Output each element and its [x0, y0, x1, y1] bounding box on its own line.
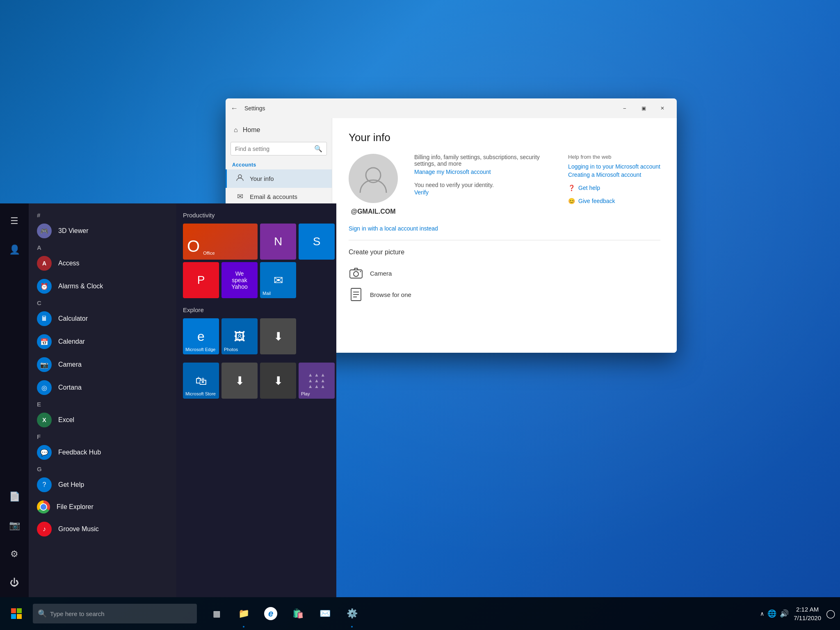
svg-point-4 — [360, 271, 361, 272]
help-link-login[interactable]: Logging in to your Microsoft account — [568, 163, 660, 170]
app-google-chrome[interactable]: File Explorer — [29, 496, 176, 518]
explore-section-label: Explore — [183, 306, 330, 313]
start-button[interactable] — [3, 600, 30, 627]
app-alarms-clock[interactable]: ⏰ Alarms & Clock — [29, 275, 176, 298]
settings-main-content: Your info @GMAIL.COM Billing info, famil… — [332, 118, 677, 353]
taskbar-search[interactable]: 🔍 Type here to search — [33, 604, 197, 623]
create-picture-title: Create your picture — [349, 249, 660, 256]
verify-text: You need to verify your identity. — [414, 182, 552, 188]
get-help-icon: ❓ — [568, 185, 575, 191]
camera-option[interactable]: Camera — [349, 262, 660, 284]
sidebar-home-button[interactable]: ⌂ Home — [226, 121, 332, 139]
app-cortana[interactable]: ◎ Cortana — [29, 376, 176, 399]
sign-in-local-link[interactable]: Sign in with a local account instead — [349, 225, 660, 232]
tile-download-2[interactable]: ⬇ — [260, 363, 296, 399]
tile-store[interactable]: 🛍 Microsoft Store — [183, 363, 219, 399]
search-input[interactable] — [235, 146, 311, 152]
powerpoint-icon: P — [197, 274, 205, 287]
browse-label: Browse for one — [370, 291, 411, 298]
alarms-clock-icon: ⏰ — [37, 279, 52, 294]
tile-mail[interactable]: ✉ Mail — [260, 262, 296, 298]
start-menu: ☰ 👤 📄 📷 ⚙ ⏻ # 🎮 3D Viewer A A Access ⏰ A… — [0, 203, 336, 597]
tile-skype[interactable]: S — [299, 224, 335, 260]
pictures-button[interactable]: 📷 — [0, 511, 29, 540]
taskbar-app-file-explorer[interactable]: 📁 — [231, 597, 257, 630]
app-excel[interactable]: X Excel — [29, 409, 176, 431]
edge-icon: e — [197, 329, 205, 344]
photos-tile-label: Photos — [224, 347, 238, 352]
access-icon: A — [37, 256, 52, 271]
tile-onenote[interactable]: N — [260, 224, 296, 260]
edge-taskbar-icon: e — [264, 607, 277, 620]
help-link-create[interactable]: Creating a Microsoft account — [568, 171, 660, 178]
taskbar-apps: ▦ 📁 e 🛍️ ✉️ ⚙️ — [203, 597, 755, 630]
window-titlebar: ← Settings ‒ ▣ ✕ — [226, 98, 677, 118]
tile-photos[interactable]: 🖼 Photos — [221, 318, 258, 354]
letter-a: A — [29, 242, 176, 252]
sidebar-search-box[interactable]: 🔍 — [231, 142, 327, 155]
sidebar-item-your-info[interactable]: Your info — [226, 169, 332, 188]
page-title: Your info — [349, 131, 660, 144]
app-excel-label: Excel — [58, 416, 74, 424]
volume-icon[interactable]: 🔊 — [780, 609, 789, 618]
app-groove-music[interactable]: ♪ Groove Music — [29, 518, 176, 541]
clock-time: 2:12 AM — [794, 605, 821, 614]
taskbar-app-store[interactable]: 🛍️ — [285, 597, 311, 630]
hamburger-menu-button[interactable]: ☰ — [0, 207, 29, 235]
settings-button[interactable]: ⚙ — [0, 540, 29, 568]
avatar-container: @GMAIL.COM — [349, 154, 398, 215]
sidebar-item-email-accounts[interactable]: ✉ Email & accounts — [226, 188, 332, 205]
browse-option[interactable]: Browse for one — [349, 284, 660, 305]
window-title: Settings — [244, 105, 265, 112]
notification-icon[interactable]: ◯ — [826, 609, 835, 619]
play-tile-label: Play — [301, 391, 310, 396]
letter-g: G — [29, 464, 176, 473]
app-3d-viewer[interactable]: 🎮 3D Viewer — [29, 219, 176, 242]
documents-button[interactable]: 📄 — [0, 482, 29, 511]
tile-download-3[interactable]: ⬇ — [260, 318, 296, 354]
tile-office[interactable]: O Office — [183, 224, 258, 260]
mail-tile-icon: ✉ — [274, 274, 283, 287]
mail-taskbar-icon: ✉️ — [320, 608, 331, 619]
user-profile-button[interactable]: 👤 — [0, 235, 29, 264]
app-get-help[interactable]: ? Get Help — [29, 473, 176, 496]
office-tile-label: Office — [203, 251, 215, 256]
taskbar-app-edge[interactable]: e — [258, 597, 284, 630]
app-google-chrome-label: File Explorer — [57, 503, 94, 511]
taskview-icon: ▦ — [213, 609, 221, 619]
minimize-button[interactable]: ‒ — [615, 102, 634, 115]
network-icon[interactable]: 🌐 — [767, 609, 776, 618]
tile-download-1[interactable]: ⬇ — [221, 363, 258, 399]
tile-play[interactable]: ▲ ▲ ▲▲ ▲ ▲▲ ▲ ▲ Play — [299, 363, 335, 399]
user-email: @GMAIL.COM — [351, 208, 396, 215]
give-feedback-button[interactable]: 😊 Give feedback — [568, 198, 660, 204]
get-help-button[interactable]: ❓ Get help — [568, 185, 660, 191]
app-feedback-hub[interactable]: 💬 Feedback Hub — [29, 441, 176, 464]
tile-powerpoint[interactable]: P — [183, 262, 219, 298]
back-button[interactable]: ← — [231, 104, 238, 113]
taskbar-app-taskview[interactable]: ▦ — [203, 597, 230, 630]
app-camera[interactable]: 📷 Camera — [29, 353, 176, 376]
app-calculator[interactable]: 🖩 Calculator — [29, 307, 176, 330]
app-calendar[interactable]: 📅 Calendar — [29, 330, 176, 353]
help-section: Help from the web Logging in to your Mic… — [568, 154, 660, 206]
tile-yahoo[interactable]: We speak Yahoo — [221, 262, 258, 298]
file-explorer-icon: 📁 — [238, 608, 249, 619]
system-clock[interactable]: 2:12 AM 7/11/2020 — [790, 603, 824, 624]
give-feedback-label: Give feedback — [578, 198, 615, 204]
app-access[interactable]: A Access — [29, 252, 176, 275]
tile-edge[interactable]: e Microsoft Edge — [183, 318, 219, 354]
taskbar-app-mail[interactable]: ✉️ — [312, 597, 338, 630]
feedback-hub-icon: 💬 — [37, 445, 52, 460]
power-button[interactable]: ⏻ — [0, 568, 29, 597]
manage-account-link[interactable]: Manage my Microsoft account — [414, 169, 552, 175]
letter-e: E — [29, 399, 176, 409]
verify-link[interactable]: Verify — [414, 189, 552, 196]
taskbar-app-settings[interactable]: ⚙️ — [339, 597, 365, 630]
section-divider — [349, 240, 660, 240]
maximize-button[interactable]: ▣ — [634, 102, 653, 115]
tray-expand-icon[interactable]: ∧ — [760, 610, 764, 617]
taskbar-search-placeholder: Type here to search — [50, 610, 105, 617]
app-list: # 🎮 3D Viewer A A Access ⏰ Alarms & Cloc… — [29, 203, 176, 597]
close-button[interactable]: ✕ — [653, 102, 672, 115]
